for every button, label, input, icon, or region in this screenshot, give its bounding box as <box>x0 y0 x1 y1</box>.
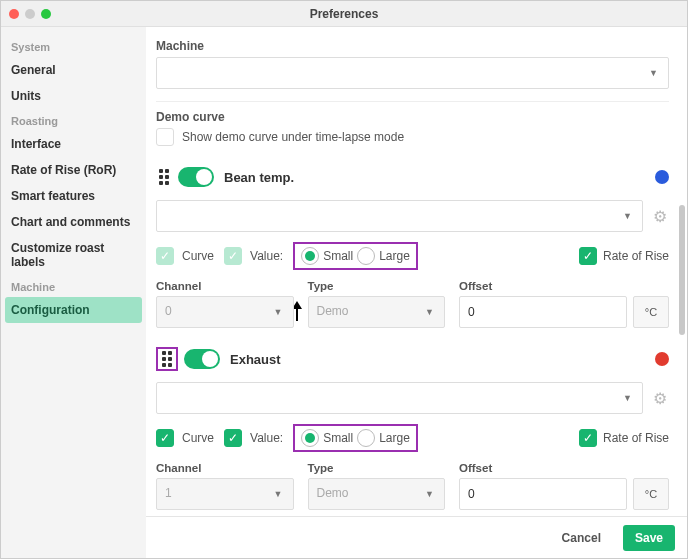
chevron-down-icon: ▼ <box>649 68 658 78</box>
exhaust-unit-select[interactable]: °C <box>633 478 669 510</box>
bean-size-large-radio[interactable] <box>357 247 375 265</box>
save-button[interactable]: Save <box>623 525 675 551</box>
divider <box>156 101 669 102</box>
exhaust-ror-checkbox[interactable]: ✓ <box>579 429 597 447</box>
bean-size-radio-group: Small Large <box>293 242 418 270</box>
large-label: Large <box>379 431 410 445</box>
bean-ror-checkbox[interactable]: ✓ <box>579 247 597 265</box>
exhaust-channel-select[interactable]: 1▼ <box>156 478 294 510</box>
sidebar-head-machine: Machine <box>5 275 142 297</box>
bean-color-dot[interactable] <box>655 170 669 184</box>
value-label: Value: <box>250 249 283 263</box>
value-label: Value: <box>250 431 283 445</box>
sidebar-item-configuration[interactable]: Configuration <box>5 297 142 323</box>
exhaust-size-small-radio[interactable] <box>301 429 319 447</box>
bean-toggle[interactable] <box>178 167 214 187</box>
bean-title: Bean temp. <box>224 170 294 185</box>
titlebar: Preferences <box>1 1 687 27</box>
chevron-down-icon: ▼ <box>274 307 283 317</box>
preferences-window: Preferences System General Units Roastin… <box>0 0 688 559</box>
exhaust-size-radio-group: Small Large <box>293 424 418 452</box>
ror-label: Rate of Rise <box>603 431 669 445</box>
chevron-down-icon: ▼ <box>425 307 434 317</box>
sensor-card-exhaust: Exhaust ▼ ⚙ ✓ Curve ✓ Value: <box>156 346 669 510</box>
demo-head: Demo curve <box>156 110 669 124</box>
exhaust-color-dot[interactable] <box>655 352 669 366</box>
chevron-down-icon: ▼ <box>425 489 434 499</box>
sidebar-item-general[interactable]: General <box>5 57 142 83</box>
ror-label: Rate of Rise <box>603 249 669 263</box>
annotation-grip-highlight <box>156 347 178 371</box>
demo-text: Show demo curve under time-lapse mode <box>182 130 404 144</box>
sidebar-item-chart[interactable]: Chart and comments <box>5 209 142 235</box>
bean-size-small-radio[interactable] <box>301 247 319 265</box>
exhaust-device-select[interactable]: ▼ <box>156 382 643 414</box>
gear-icon[interactable]: ⚙ <box>651 207 669 225</box>
main-panel: Machine ▼ Demo curve Show demo curve und… <box>146 27 687 558</box>
gear-icon[interactable]: ⚙ <box>651 389 669 407</box>
exhaust-curve-checkbox[interactable]: ✓ <box>156 429 174 447</box>
sidebar-head-roasting: Roasting <box>5 109 142 131</box>
exhaust-toggle[interactable] <box>184 349 220 369</box>
type-head: Type <box>308 462 446 474</box>
drag-handle-icon[interactable] <box>156 167 172 187</box>
sensor-card-bean: Bean temp. ▼ ⚙ ✓ Curve ✓ Value: <box>156 164 669 328</box>
chevron-down-icon: ▼ <box>274 489 283 499</box>
exhaust-offset-input[interactable] <box>459 478 627 510</box>
curve-label: Curve <box>182 249 214 263</box>
channel-head: Channel <box>156 280 294 292</box>
window-title: Preferences <box>1 7 687 21</box>
scrollbar-thumb[interactable] <box>679 205 685 335</box>
bean-unit-select[interactable]: °C <box>633 296 669 328</box>
sidebar-item-interface[interactable]: Interface <box>5 131 142 157</box>
footer: Cancel Save <box>146 516 687 558</box>
machine-label: Machine <box>156 39 669 53</box>
drag-handle-icon[interactable] <box>159 349 175 369</box>
channel-head: Channel <box>156 462 294 474</box>
sidebar-head-system: System <box>5 35 142 57</box>
bean-channel-select[interactable]: 0▼ <box>156 296 294 328</box>
bean-value-checkbox[interactable]: ✓ <box>224 247 242 265</box>
sidebar-item-ror[interactable]: Rate of Rise (RoR) <box>5 157 142 183</box>
sidebar-item-labels[interactable]: Customize roast labels <box>5 235 142 275</box>
exhaust-value-checkbox[interactable]: ✓ <box>224 429 242 447</box>
type-head: Type <box>308 280 446 292</box>
exhaust-type-select[interactable]: Demo▼ <box>308 478 446 510</box>
cancel-button[interactable]: Cancel <box>550 525 613 551</box>
offset-head: Offset <box>459 280 669 292</box>
bean-curve-checkbox[interactable]: ✓ <box>156 247 174 265</box>
content-scroll[interactable]: Machine ▼ Demo curve Show demo curve und… <box>146 27 687 516</box>
bean-device-select[interactable]: ▼ <box>156 200 643 232</box>
large-label: Large <box>379 249 410 263</box>
offset-head: Offset <box>459 462 669 474</box>
bean-offset-input[interactable] <box>459 296 627 328</box>
bean-type-select[interactable]: Demo▼ <box>308 296 446 328</box>
curve-label: Curve <box>182 431 214 445</box>
sidebar-item-units[interactable]: Units <box>5 83 142 109</box>
sidebar-item-smart[interactable]: Smart features <box>5 183 142 209</box>
sidebar: System General Units Roasting Interface … <box>1 27 146 558</box>
small-label: Small <box>323 249 353 263</box>
small-label: Small <box>323 431 353 445</box>
demo-checkbox[interactable] <box>156 128 174 146</box>
exhaust-title: Exhaust <box>230 352 281 367</box>
chevron-down-icon: ▼ <box>623 393 632 403</box>
chevron-down-icon: ▼ <box>623 211 632 221</box>
exhaust-size-large-radio[interactable] <box>357 429 375 447</box>
machine-select[interactable]: ▼ <box>156 57 669 89</box>
